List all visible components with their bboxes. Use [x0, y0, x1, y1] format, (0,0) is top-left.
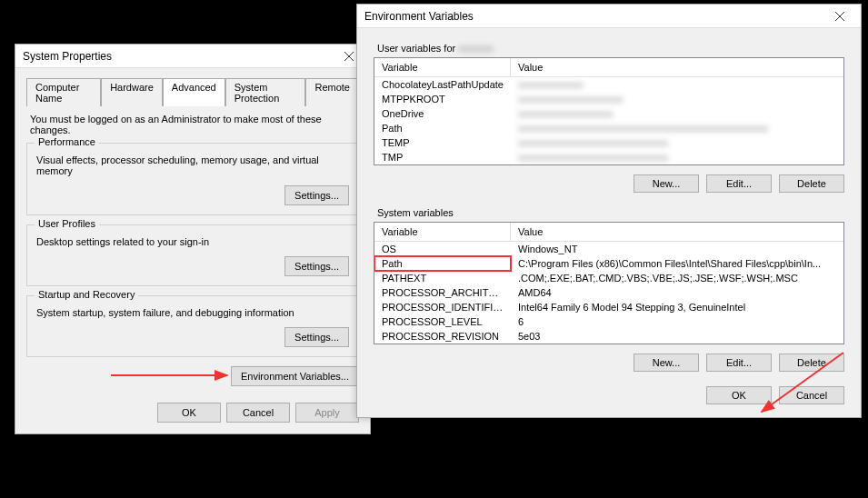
cell-value: Intel64 Family 6 Model 94 Stepping 3, Ge…: [511, 300, 843, 314]
apply-button[interactable]: Apply: [295, 403, 359, 423]
cell-variable: MTPPKROOT: [374, 92, 511, 106]
cell-variable: ChocolateyLastPathUpdate: [374, 77, 511, 92]
column-header-variable[interactable]: Variable: [374, 58, 511, 76]
table-row[interactable]: Pathxxxxxxxxxxxxxxxxxxxxxxxxxxxxxxxxxxxx…: [374, 121, 843, 135]
table-row[interactable]: OSWindows_NT: [374, 242, 843, 256]
close-icon[interactable]: [826, 7, 853, 25]
table-row[interactable]: PROCESSOR_ARCHITECTUREAMD64: [374, 285, 843, 300]
user-edit-button[interactable]: Edit...: [706, 174, 772, 193]
group-legend: Performance: [35, 136, 99, 147]
table-row[interactable]: PATHEXT.COM;.EXE;.BAT;.CMD;.VBS;.VBE;.JS…: [374, 271, 843, 285]
user-vars-body[interactable]: ChocolateyLastPathUpdatexxxxxxxxxxxxxMTP…: [374, 77, 843, 164]
cell-variable: PROCESSOR_ARCHITECTURE: [374, 285, 511, 300]
group-desc: System startup, system failure, and debu…: [36, 307, 349, 318]
cell-variable: TEMP: [374, 135, 511, 150]
sys-delete-button[interactable]: Delete: [779, 354, 844, 372]
user-new-button[interactable]: New...: [634, 174, 699, 193]
cancel-button[interactable]: Cancel: [226, 403, 290, 423]
sys-edit-button[interactable]: Edit...: [706, 354, 772, 372]
user-delete-button[interactable]: Delete: [779, 174, 844, 193]
user-vars-label: User variables for xxxxxxx: [377, 43, 844, 54]
cell-value: xxxxxxxxxxxxxxxxxxx: [511, 106, 843, 121]
cell-value: xxxxxxxxxxxxx: [511, 77, 843, 92]
cell-variable: TMP: [374, 150, 511, 164]
group-user-profiles: User Profiles Desktop settings related t…: [26, 224, 359, 286]
cell-value: 6: [511, 314, 843, 329]
cell-value: xxxxxxxxxxxxxxxxxxxxxxxxxxxxxxxxxxxxxxxx…: [511, 121, 843, 135]
group-desc: Desktop settings related to your sign-in: [36, 236, 349, 247]
sys-vars-label: System variables: [377, 207, 844, 218]
cell-value: 5e03: [511, 329, 843, 344]
cell-variable: PROCESSOR_LEVEL: [374, 314, 511, 329]
user-vars-label-text: User variables for: [377, 43, 455, 54]
cell-value: AMD64: [511, 285, 843, 300]
sys-vars-table: Variable Value OSWindows_NTPathC:\Progra…: [374, 222, 844, 344]
table-row[interactable]: PROCESSOR_REVISION5e03: [374, 329, 843, 344]
table-row[interactable]: TMPxxxxxxxxxxxxxxxxxxxxxxxxxxxxxx: [374, 150, 843, 164]
cell-value: xxxxxxxxxxxxxxxxxxxxxxxxxxxxxx: [511, 135, 843, 150]
cell-value: xxxxxxxxxxxxxxxxxxxxx: [511, 92, 843, 106]
ok-button[interactable]: OK: [157, 403, 221, 423]
window-title: Environment Variables: [364, 10, 474, 23]
cell-value: C:\Program Files (x86)\Common Files\Inte…: [511, 256, 843, 271]
cell-value: .COM;.EXE;.BAT;.CMD;.VBS;.VBE;.JS;.JSE;.…: [511, 271, 843, 285]
tab-system-protection[interactable]: System Protection: [225, 78, 306, 106]
window-title: System Properties: [23, 50, 112, 63]
sys-vars-body[interactable]: OSWindows_NTPathC:\Program Files (x86)\C…: [374, 242, 843, 344]
table-row[interactable]: PROCESSOR_LEVEL6: [374, 314, 843, 329]
group-legend: User Profiles: [35, 218, 99, 229]
tab-computer-name[interactable]: Computer Name: [26, 78, 101, 106]
table-row[interactable]: OneDrivexxxxxxxxxxxxxxxxxxx: [374, 106, 843, 121]
tabs-bar: Computer Name Hardware Advanced System P…: [26, 77, 359, 106]
cell-variable: PROCESSOR_REVISION: [374, 329, 511, 344]
cell-variable: OS: [374, 242, 511, 256]
column-header-variable[interactable]: Variable: [374, 223, 511, 241]
admin-note: You must be logged on as an Administrato…: [30, 114, 359, 135]
group-startup-recovery: Startup and Recovery System startup, sys…: [26, 295, 359, 357]
cell-value: xxxxxxxxxxxxxxxxxxxxxxxxxxxxxx: [511, 150, 843, 164]
cancel-button[interactable]: Cancel: [779, 386, 844, 404]
tab-hardware[interactable]: Hardware: [101, 78, 163, 106]
cell-variable: Path: [374, 256, 511, 271]
table-row[interactable]: ChocolateyLastPathUpdatexxxxxxxxxxxxx: [374, 77, 843, 92]
cell-variable: PROCESSOR_IDENTIFIER: [374, 300, 511, 314]
table-row[interactable]: PROCESSOR_IDENTIFIERIntel64 Family 6 Mod…: [374, 300, 843, 314]
table-row[interactable]: MTPPKROOTxxxxxxxxxxxxxxxxxxxxx: [374, 92, 843, 106]
performance-settings-button[interactable]: Settings...: [284, 185, 349, 205]
cell-variable: Path: [374, 121, 511, 135]
cell-variable: PATHEXT: [374, 271, 511, 285]
environment-variables-button[interactable]: Environment Variables...: [231, 366, 359, 386]
table-row[interactable]: TEMPxxxxxxxxxxxxxxxxxxxxxxxxxxxxxx: [374, 135, 843, 150]
sys-new-button[interactable]: New...: [634, 354, 699, 372]
group-desc: Visual effects, processor scheduling, me…: [36, 154, 349, 176]
cell-value: Windows_NT: [511, 242, 843, 256]
cell-variable: OneDrive: [374, 106, 511, 121]
tab-remote[interactable]: Remote: [305, 78, 359, 106]
system-properties-dialog: System Properties Computer Name Hardware…: [15, 44, 371, 434]
ok-button[interactable]: OK: [706, 386, 772, 404]
column-header-value[interactable]: Value: [511, 58, 843, 76]
environment-variables-dialog: Environment Variables User variables for…: [356, 4, 862, 418]
startup-recovery-settings-button[interactable]: Settings...: [284, 327, 349, 347]
column-header-value[interactable]: Value: [511, 223, 843, 241]
user-vars-table: Variable Value ChocolateyLastPathUpdatex…: [374, 57, 844, 165]
tab-advanced[interactable]: Advanced: [163, 78, 225, 106]
table-row[interactable]: PathC:\Program Files (x86)\Common Files\…: [374, 256, 843, 271]
titlebar: System Properties: [15, 45, 370, 68]
username-blurred: xxxxxxx: [458, 43, 494, 54]
group-performance: Performance Visual effects, processor sc…: [26, 143, 359, 215]
user-profiles-settings-button[interactable]: Settings...: [284, 256, 349, 276]
titlebar: Environment Variables: [357, 5, 861, 28]
group-legend: Startup and Recovery: [35, 289, 138, 300]
